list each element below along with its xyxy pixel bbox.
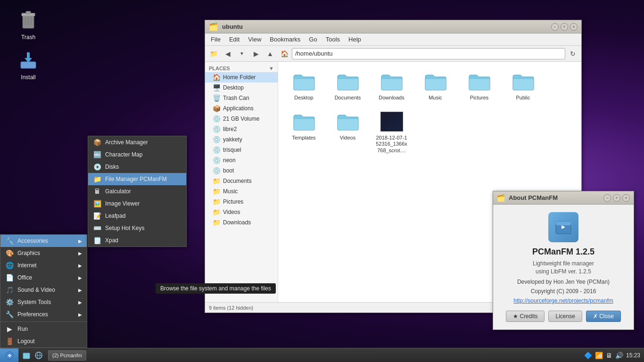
office-icon: 📄: [5, 274, 14, 281]
about-app-name: PCManFM 1.2.5: [532, 247, 594, 257]
calculator-icon: 🖩: [93, 188, 101, 195]
arrow-icon: ▶: [78, 263, 82, 268]
network-icon: 📶: [595, 352, 603, 359]
about-copyright: Copyright (C) 2009 - 2016: [531, 288, 596, 295]
menu-item-run[interactable]: ▶ Run: [0, 323, 87, 335]
desktop-icon-trash[interactable]: Trash: [9, 9, 47, 41]
file-label-screenshot: 2018-12-07-1 52316_1366x 768_scrot....: [373, 135, 410, 154]
volume-icon: 🔊: [615, 352, 623, 359]
charmap-icon: 🔤: [93, 151, 101, 158]
forward-button[interactable]: ▶: [249, 48, 263, 60]
file-item-screenshot[interactable]: 2018-12-07-1 52316_1366x 768_scrot....: [372, 107, 412, 156]
about-body: PCManFM 1.2.5 Lightweight file managerus…: [493, 205, 634, 329]
sidebar-item-boot[interactable]: 💿 boot: [205, 165, 278, 176]
about-link[interactable]: http://sourceforge.net/projects/pcmanfm: [513, 297, 613, 304]
maximize-button[interactable]: +: [561, 23, 568, 31]
file-item-pictures[interactable]: Pictures: [459, 67, 499, 104]
about-window-controls: − + ×: [603, 194, 630, 202]
start-button[interactable]: ❖: [0, 348, 19, 362]
submenu-item-calculator[interactable]: 🖩 Galculator: [88, 185, 186, 197]
menu-go[interactable]: Go: [305, 35, 321, 44]
taskbar-window-pcmanfm[interactable]: (2) Pcmanfm: [48, 350, 86, 361]
file-label-pictures: Pictures: [470, 95, 489, 101]
boot-sidebar-icon: 💿: [213, 167, 220, 174]
sidebar-item-libre2[interactable]: 💿 libre2: [205, 124, 278, 134]
submenu-item-hotkeys[interactable]: ⌨️ Setup Hot Keys: [88, 222, 186, 234]
sidebar-item-music[interactable]: 📁 Music: [205, 186, 278, 197]
file-item-public[interactable]: Public: [503, 67, 543, 104]
about-maximize-button[interactable]: +: [613, 194, 620, 202]
menu-edit[interactable]: Edit: [225, 35, 243, 44]
credits-button[interactable]: ★ Credits: [506, 311, 545, 322]
submenu-item-xpad[interactable]: 🗒️ Xpad: [88, 234, 186, 247]
sidebar-item-yakkety[interactable]: 💿 yakkety: [205, 134, 278, 145]
back-button[interactable]: ◀: [221, 48, 234, 60]
menu-item-accessories[interactable]: 🔧 Accessories ▶ 📦 Archive Manager 🔤 Char…: [0, 235, 87, 247]
up-button[interactable]: ▲: [264, 48, 277, 60]
menu-item-preferences[interactable]: 🔧 Preferences ▶: [0, 308, 87, 321]
sidebar-item-trisquel[interactable]: 💿 trisquel: [205, 145, 278, 155]
folder-icon: [293, 110, 315, 133]
accessories-icon: 🔧: [5, 237, 14, 245]
sidebar-item-downloads[interactable]: 📁 Downloads: [205, 217, 278, 228]
menu-item-graphics[interactable]: 🎨 Graphics ▶: [0, 247, 87, 259]
menu-item-office[interactable]: 📄 Office ▶: [0, 272, 87, 284]
submenu-item-imageviewer[interactable]: 🖼️ Image Viewer: [88, 197, 186, 210]
file-item-desktop[interactable]: Desktop: [284, 67, 324, 104]
sidebar-item-pictures[interactable]: 📁 Pictures: [205, 197, 278, 207]
sidebar-item-documents[interactable]: 📁 Documents: [205, 176, 278, 186]
menu-divider: [0, 321, 87, 322]
submenu-item-filemanager[interactable]: 📁 File Manager PCManFM: [88, 173, 186, 185]
menu-help[interactable]: Help: [345, 35, 365, 44]
taskbar-files-icon[interactable]: [21, 350, 32, 361]
file-item-downloads[interactable]: Downloads: [372, 67, 412, 104]
menu-tools[interactable]: Tools: [322, 35, 344, 44]
sidebar-item-trash[interactable]: 🗑️ Trash Can: [205, 93, 278, 103]
trash-sidebar-icon: 🗑️: [213, 94, 220, 102]
folder-icon: [380, 70, 403, 93]
about-close-button[interactable]: ×: [622, 194, 630, 202]
address-bar[interactable]: [292, 48, 565, 59]
location-icon-btn[interactable]: 📁: [207, 48, 220, 60]
taskbar-web-icon[interactable]: [33, 350, 44, 361]
file-item-videos[interactable]: Videos: [328, 107, 368, 156]
menu-view[interactable]: View: [244, 35, 265, 44]
file-item-templates[interactable]: Templates: [284, 107, 324, 156]
sidebar-item-home[interactable]: 🏠 Home Folder: [205, 72, 278, 82]
file-item-music[interactable]: Music: [415, 67, 455, 104]
hotkeys-icon: ⌨️: [93, 224, 101, 232]
sidebar-item-applications[interactable]: 📦 Applications: [205, 103, 278, 114]
minimize-button[interactable]: −: [551, 23, 559, 31]
svg-rect-2: [26, 11, 31, 14]
yakkety-sidebar-icon: 💿: [213, 136, 220, 143]
about-minimize-button[interactable]: −: [603, 194, 611, 202]
menu-file[interactable]: File: [207, 35, 224, 44]
menu-item-sound-video[interactable]: 🎵 Sound & Video ▶: [0, 284, 87, 296]
back-dropdown-button[interactable]: ▼: [235, 48, 248, 60]
desktop-icon-install[interactable]: Install: [9, 49, 47, 81]
trash-label: Trash: [21, 34, 35, 41]
menu-item-internet[interactable]: 🌐 Internet ▶: [0, 259, 87, 272]
submenu-item-charmap[interactable]: 🔤 Character Map: [88, 148, 186, 161]
sidebar-item-volume[interactable]: 💿 21 GB Volume: [205, 114, 278, 124]
menu-item-logout[interactable]: 🚪 Logout: [0, 335, 87, 347]
menu-bookmarks[interactable]: Bookmarks: [266, 35, 304, 44]
libre2-sidebar-icon: 💿: [213, 125, 220, 133]
home-button[interactable]: 🏠: [278, 48, 291, 60]
close-about-button[interactable]: ✗ Close: [586, 311, 621, 322]
sidebar-toggle[interactable]: ▼: [269, 66, 274, 71]
documents-sidebar-icon: 📁: [213, 177, 220, 185]
file-item-documents[interactable]: Documents: [328, 67, 368, 104]
file-label-templates: Templates: [292, 135, 315, 141]
submenu-item-disks[interactable]: 💿 Disks: [88, 161, 186, 173]
sidebar-item-desktop[interactable]: 🖥️ Desktop: [205, 82, 278, 93]
submenu-item-archive[interactable]: 📦 Archive Manager: [88, 136, 186, 148]
sidebar-item-neon[interactable]: 💿 neon: [205, 155, 278, 165]
imageviewer-icon: 🖼️: [93, 200, 101, 207]
submenu-item-leafpad[interactable]: 📝 Leafpad: [88, 210, 186, 222]
license-button[interactable]: License: [548, 311, 582, 322]
menu-item-system-tools[interactable]: ⚙️ System Tools ▶: [0, 296, 87, 308]
close-button[interactable]: ×: [570, 23, 578, 31]
sidebar-item-videos[interactable]: 📁 Videos: [205, 207, 278, 217]
reload-button[interactable]: ↻: [566, 48, 579, 60]
